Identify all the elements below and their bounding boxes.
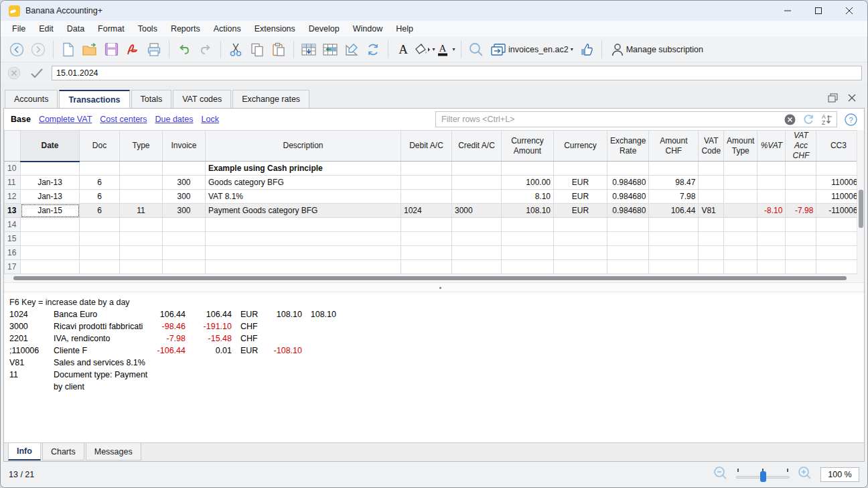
view-complete-vat[interactable]: Complete VAT	[39, 115, 92, 124]
row-number[interactable]: 11	[5, 176, 21, 190]
cell-vat_acc_chf[interactable]	[786, 162, 816, 176]
zoom-percentage[interactable]: 100 %	[820, 467, 859, 482]
cell-cc3[interactable]	[816, 232, 861, 246]
cell-amount_chf[interactable]	[649, 162, 699, 176]
row-number[interactable]: 12	[5, 190, 21, 204]
cell-invoice[interactable]	[163, 218, 206, 232]
cell-pct_vat[interactable]	[757, 246, 786, 260]
cell-pct_vat[interactable]	[757, 218, 786, 232]
view-lock[interactable]: Lock	[201, 115, 218, 124]
cell-date[interactable]	[21, 260, 80, 274]
cell-date[interactable]: Jan-13	[21, 190, 80, 204]
cell-vat_code[interactable]	[699, 162, 724, 176]
close-panel-icon[interactable]	[847, 93, 857, 105]
cell-exchange_rate[interactable]	[607, 260, 649, 274]
dropdown-arrow-icon[interactable]: ▾	[452, 46, 455, 52]
cell-currency[interactable]	[554, 218, 607, 232]
cell-currency_amount[interactable]	[502, 162, 554, 176]
tab-info[interactable]: Info	[8, 443, 41, 461]
cell-credit[interactable]	[452, 176, 502, 190]
cell-invoice[interactable]	[163, 232, 206, 246]
clear-filter-icon[interactable]	[783, 113, 796, 126]
cell-debit[interactable]	[401, 232, 452, 246]
cell-debit[interactable]	[401, 260, 452, 274]
dropdown-arrow-icon[interactable]: ▾	[571, 46, 573, 52]
cell-description[interactable]	[206, 246, 401, 260]
cell-date[interactable]	[21, 162, 80, 176]
open-file-icon[interactable]	[79, 40, 100, 60]
cell-amount_chf[interactable]: 106.44	[649, 204, 699, 218]
view-cost-centers[interactable]: Cost centers	[100, 115, 147, 124]
copy-icon[interactable]	[246, 40, 268, 60]
cell-invoice[interactable]: 300	[163, 190, 206, 204]
row-number[interactable]: 15	[5, 232, 21, 246]
print-icon[interactable]	[143, 40, 165, 60]
cell-vat_code[interactable]	[699, 218, 724, 232]
cell-debit[interactable]: 1024	[401, 204, 452, 218]
cell-exchange_rate[interactable]	[607, 218, 649, 232]
restore-panel-icon[interactable]	[828, 93, 838, 105]
cell-description[interactable]: Goods category BFG	[206, 176, 401, 190]
cell-exchange_rate[interactable]	[607, 232, 649, 246]
close-button[interactable]	[835, 2, 863, 19]
cell-amount_chf[interactable]	[649, 260, 699, 274]
cell-vat_acc_chf[interactable]	[786, 232, 816, 246]
cell-currency_amount[interactable]: 8.10	[502, 190, 554, 204]
cell-currency[interactable]: EUR	[554, 204, 607, 218]
cell-pct_vat[interactable]	[757, 162, 786, 176]
cell-cc3[interactable]: -110006	[816, 204, 861, 218]
tab-messages[interactable]: Messages	[86, 443, 141, 461]
font-icon[interactable]: A	[392, 40, 414, 60]
cell-doc[interactable]	[80, 260, 120, 274]
horizontal-scrollbar[interactable]	[4, 274, 864, 282]
design-icon[interactable]	[341, 40, 362, 60]
tab-totals[interactable]: Totals	[131, 90, 172, 108]
cell-currency_amount[interactable]	[502, 218, 554, 232]
cell-pct_vat[interactable]	[757, 232, 786, 246]
manage-subscription-button[interactable]: Manage subscription	[606, 40, 709, 60]
cell-amount_chf[interactable]	[649, 246, 699, 260]
cell-amount_type[interactable]	[724, 176, 757, 190]
minimize-button[interactable]	[774, 2, 802, 19]
cell-doc[interactable]	[80, 162, 120, 176]
view-base[interactable]: Base	[11, 115, 31, 124]
zoom-out-icon[interactable]	[713, 466, 728, 483]
splitter-handle-icon[interactable]	[439, 287, 441, 289]
cell-vat_code[interactable]	[699, 232, 724, 246]
zoom-in-icon[interactable]	[798, 466, 812, 483]
cell-doc[interactable]: 6	[80, 204, 120, 218]
menu-format[interactable]: Format	[92, 23, 131, 35]
cell-vat_acc_chf[interactable]	[786, 176, 816, 190]
cell-currency[interactable]	[554, 246, 607, 260]
cell-currency[interactable]	[554, 232, 607, 246]
menu-reports[interactable]: Reports	[165, 23, 206, 35]
vertical-scrollbar-thumb[interactable]	[859, 190, 863, 228]
cell-currency_amount[interactable]	[502, 246, 554, 260]
cell-vat_acc_chf[interactable]	[786, 260, 816, 274]
back-icon[interactable]	[6, 40, 27, 60]
cell-type[interactable]	[120, 232, 163, 246]
cell-invoice[interactable]	[163, 162, 206, 176]
menu-help[interactable]: Help	[390, 23, 419, 35]
cell-credit[interactable]	[452, 190, 502, 204]
cell-amount_type[interactable]	[724, 162, 757, 176]
cell-exchange_rate[interactable]	[607, 162, 649, 176]
cell-vat_code[interactable]	[699, 260, 724, 274]
new-file-icon[interactable]	[58, 40, 79, 60]
cell-invoice[interactable]: 300	[163, 176, 206, 190]
cell-vat_code[interactable]	[699, 190, 724, 204]
cell-credit[interactable]	[452, 162, 502, 176]
cell-currency[interactable]	[554, 162, 607, 176]
cell-amount_type[interactable]	[724, 204, 757, 218]
row-number[interactable]: 10	[5, 162, 21, 176]
menu-file[interactable]: File	[6, 23, 31, 35]
file-switcher[interactable]: invoices_en.ac2 ▾	[487, 40, 576, 60]
confirm-edit-icon[interactable]	[29, 66, 45, 80]
cell-description[interactable]	[206, 218, 401, 232]
column-header-cc3[interactable]: CC3	[816, 131, 861, 162]
font-color-icon[interactable]: A▾	[435, 40, 457, 60]
cut-icon[interactable]	[225, 40, 246, 60]
column-header-pct_vat[interactable]: %VAT	[757, 131, 786, 162]
cell-cc3[interactable]	[816, 218, 861, 232]
save-icon[interactable]	[100, 40, 122, 60]
